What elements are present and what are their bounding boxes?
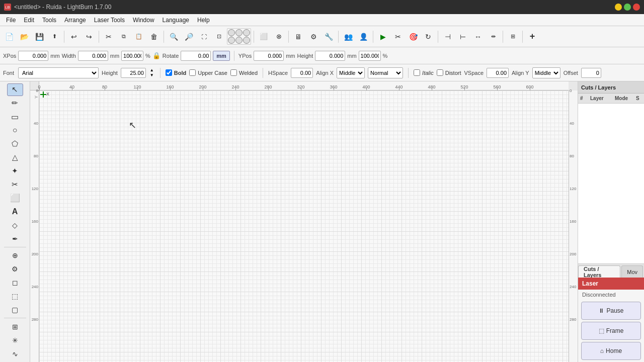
italic-checkbox[interactable] — [414, 69, 420, 76]
cursor-tool-btn[interactable]: ↖ — [7, 83, 23, 96]
align-h-button[interactable]: ↔ — [471, 30, 485, 44]
menu-file[interactable]: File — [2, 16, 20, 25]
polygon-tool-btn[interactable]: ⬠ — [7, 138, 23, 150]
maximize-btn[interactable] — [624, 4, 631, 11]
save-file-button[interactable]: 💾 — [32, 30, 46, 44]
welded-checkbox[interactable] — [230, 69, 237, 76]
redo-button[interactable]: ↪ — [82, 30, 96, 44]
target-button[interactable]: 🎯 — [406, 30, 420, 44]
wave-tool-btn[interactable]: ∿ — [7, 347, 23, 360]
bold-checkbox[interactable] — [166, 69, 172, 76]
canvas-inner[interactable]: X ↖ — [39, 90, 569, 362]
pen-tool-btn[interactable]: ✒ — [7, 232, 23, 245]
normal-select[interactable]: Normal — [368, 67, 403, 78]
user-group-button[interactable]: 👥 — [341, 30, 355, 44]
open-file-button[interactable]: 📂 — [17, 30, 31, 44]
height-pct-input[interactable] — [359, 51, 381, 61]
shape-circle1[interactable] — [228, 29, 235, 36]
new-file-button[interactable]: 📄 — [2, 30, 16, 44]
height-up-arrow[interactable]: ▲ — [150, 68, 155, 73]
welded-check-group[interactable]: Welded — [230, 69, 258, 76]
select-rect-tool-btn[interactable]: ⬜ — [7, 192, 23, 204]
font-height-input[interactable] — [121, 68, 146, 78]
shape-circle5[interactable] — [235, 37, 243, 44]
shape-circle4[interactable] — [228, 37, 235, 44]
cut-button[interactable]: ✂ — [102, 30, 116, 44]
plus-button[interactable]: + — [525, 30, 539, 44]
undo-button[interactable]: ↩ — [67, 30, 81, 44]
zoom-in-button[interactable]: 🔍 — [167, 30, 181, 44]
font-select[interactable]: Arial — [18, 67, 99, 78]
rotate-input[interactable] — [181, 51, 211, 61]
rect-tool-btn[interactable]: ▭ — [7, 111, 23, 123]
distort-check-group[interactable]: Distort — [437, 69, 461, 76]
zoom-out-button[interactable]: 🔎 — [182, 30, 196, 44]
lock-icon[interactable]: 🔒 — [152, 51, 160, 61]
text-tool-btn[interactable]: A — [7, 205, 23, 218]
rotate-cw-button[interactable]: ↻ — [421, 30, 435, 44]
xpos-input[interactable] — [18, 51, 48, 61]
pin-tool-btn[interactable]: ◇ — [7, 219, 23, 231]
circle-grid-tool-btn[interactable]: ⊕ — [7, 249, 23, 262]
zoom-fit-button[interactable]: ⛶ — [197, 30, 211, 44]
menu-help[interactable]: Help — [193, 16, 214, 25]
menu-laser-tools[interactable]: Laser Tools — [90, 16, 129, 25]
copy-button[interactable]: ⧉ — [117, 30, 131, 44]
node-edit-button[interactable]: ⊗ — [272, 30, 286, 44]
starburst-tool-btn[interactable]: ✳ — [7, 334, 23, 346]
export-button[interactable]: ⬆ — [47, 30, 61, 44]
cut2-button[interactable]: ✂ — [391, 30, 405, 44]
shape-circle3[interactable] — [243, 29, 250, 36]
minimize-btn[interactable] — [615, 4, 622, 11]
vspace-input[interactable] — [487, 68, 509, 78]
align-left-button[interactable]: ⊣ — [441, 30, 455, 44]
height-input[interactable] — [315, 51, 345, 61]
zoom-window-button[interactable]: ⊡ — [212, 30, 226, 44]
frame2-tool-btn[interactable]: ⬚ — [7, 290, 23, 303]
width-input[interactable] — [78, 51, 108, 61]
align-y-select[interactable]: MiddleTopBottom — [532, 67, 560, 78]
menu-window[interactable]: Window — [129, 16, 158, 25]
delete-button[interactable]: 🗑 — [147, 30, 161, 44]
home-button[interactable]: ⌂ Home — [581, 342, 641, 360]
user-button[interactable]: 👤 — [356, 30, 370, 44]
align-right-button[interactable]: ⊢ — [456, 30, 470, 44]
menu-tools[interactable]: Tools — [38, 16, 60, 25]
play-button[interactable]: ▶ — [376, 30, 390, 44]
select-rect-button[interactable]: ⬜ — [257, 30, 271, 44]
frame-button[interactable]: ⬚ Frame — [581, 322, 641, 340]
shape-tool-btn[interactable]: ◻ — [7, 277, 23, 289]
rect2-tool-btn[interactable]: ▢ — [7, 304, 23, 316]
bold-check-group[interactable]: Bold — [166, 69, 186, 76]
shape-circle2[interactable] — [235, 29, 243, 36]
align-x-select[interactable]: MiddleLeftRight — [337, 67, 365, 78]
paste-button[interactable]: 📋 — [132, 30, 146, 44]
mm-button[interactable]: mm — [213, 51, 230, 61]
menu-arrange[interactable]: Arrange — [60, 16, 90, 25]
tools-button[interactable]: 🔧 — [321, 30, 336, 44]
upper-case-check-group[interactable]: Upper Case — [189, 69, 227, 76]
distribute-button[interactable]: ⇹ — [486, 30, 500, 44]
height-down-arrow[interactable]: ▼ — [150, 73, 155, 78]
pencil-tool-btn[interactable]: ✏ — [7, 97, 23, 110]
distort-checkbox[interactable] — [437, 69, 443, 76]
offset-input[interactable] — [581, 68, 601, 78]
ellipse-tool-btn[interactable]: ○ — [7, 124, 23, 137]
tab-move[interactable]: Mov — [621, 265, 643, 278]
monitor-button[interactable]: 🖥 — [291, 30, 305, 44]
pause-button[interactable]: ⏸ Pause — [581, 302, 641, 320]
grid-tool-btn[interactable]: ⊞ — [7, 320, 23, 333]
menu-edit[interactable]: Edit — [20, 16, 38, 25]
width-pct-input[interactable] — [121, 51, 143, 61]
close-btn[interactable] — [633, 4, 640, 11]
tab-cuts-layers[interactable]: Cuts / Layers — [578, 265, 620, 278]
upper-case-checkbox[interactable] — [189, 69, 196, 76]
hspace-input[interactable] — [291, 68, 313, 78]
italic-check-group[interactable]: Italic — [414, 69, 434, 76]
cut-tool-btn[interactable]: ✂ — [7, 178, 23, 191]
settings-button[interactable]: ⚙ — [306, 30, 320, 44]
canvas-area[interactable]: 0 40 80 120 160 200 240 280 320 360 — [30, 81, 578, 362]
triangle-tool-btn[interactable]: △ — [7, 151, 23, 164]
shape-circle6[interactable] — [243, 37, 250, 44]
gear-tool-btn[interactable]: ⚙ — [7, 263, 23, 276]
